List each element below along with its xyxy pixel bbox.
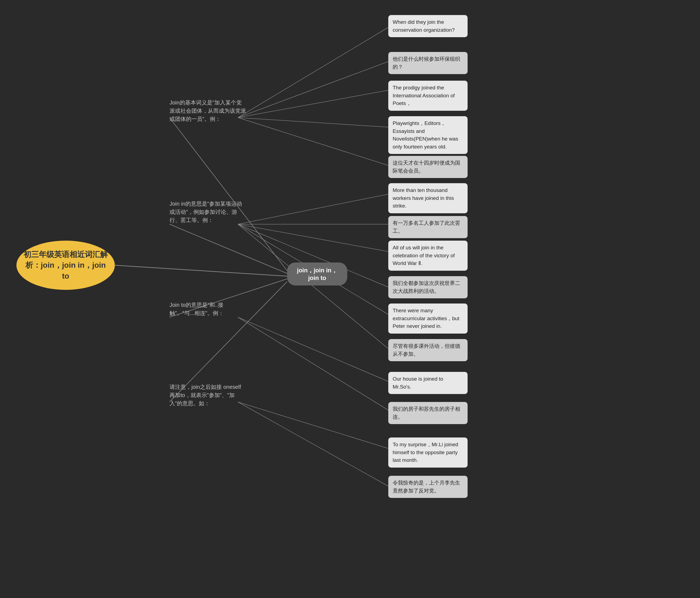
leaf-b2-1: More than ten thousand workers have join… [388, 183, 468, 213]
leaf-b4-2: 令我惊奇的是，上个月李先生竟然参加了反对党。 [388, 476, 468, 498]
svg-line-5 [238, 27, 388, 118]
leaf-b2-4: 我们全都参加这次庆祝世界二次大战胜利的活动。 [388, 276, 468, 298]
leaf-b4-1: To my surprise，Mr.Li joined himself to t… [388, 438, 468, 468]
branch1-label: Join的基本词义是"加入某个党派或社会团体，从而成为该党派或团体的一员"。例： [170, 98, 246, 123]
leaf-b2-5: There were many extracurricular activiti… [388, 303, 468, 333]
mid-node-label: join，join in，join to [294, 266, 341, 282]
leaf-b1-2: 他们是什么时候参加环保组织的？ [388, 52, 468, 74]
leaf-b2-3: All of us will join in the celebration o… [388, 241, 468, 271]
leaf-b1-4: Playwrights，Editors，Essayists and Noveli… [388, 116, 468, 154]
svg-line-12 [238, 224, 388, 252]
svg-line-2 [170, 224, 287, 273]
svg-line-10 [238, 194, 388, 224]
svg-line-17 [238, 317, 388, 410]
leaf-b3-2: 我们的房子和苏先生的房子相连。 [388, 402, 468, 424]
root-label: 初三年级英语相近词汇解析：join，join in，join to [22, 249, 109, 281]
connectors-svg [0, 0, 700, 598]
svg-line-7 [238, 90, 388, 118]
mid-node: join，join in，join to [287, 263, 347, 285]
root-node: 初三年级英语相近词汇解析：join，join in，join to [17, 241, 115, 290]
leaf-b2-6: 尽管有很多课外活动，但彼德从不参加。 [388, 339, 468, 361]
svg-line-8 [238, 118, 388, 127]
leaf-b2-2: 有一万多名工人参加了此次罢工。 [388, 216, 468, 238]
svg-line-1 [170, 118, 287, 271]
svg-line-16 [238, 317, 388, 381]
branch2-label: Join in的意思是"参加某项运动或活动"，例如参加讨论、游行、罢工等。例： [170, 200, 246, 224]
leaf-b1-3: The prodigy joined the International Ass… [388, 81, 468, 111]
svg-line-9 [238, 118, 388, 166]
svg-line-19 [238, 402, 388, 486]
svg-line-15 [238, 224, 388, 349]
leaf-b1-1: When did they join the conservation orga… [388, 15, 468, 37]
branch3-label: Join to的意思是"和..接触"、"与...相连"。例： [170, 301, 246, 317]
svg-line-0 [115, 265, 287, 276]
leaf-b1-5: 这位天才在十四岁时便成为国际笔会会员。 [388, 156, 468, 178]
leaf-b3-1: Our house is joined to Mr.So's. [388, 372, 468, 394]
svg-line-6 [238, 61, 388, 118]
mindmap-container: 初三年级英语相近词汇解析：join，join in，join to join，j… [0, 0, 700, 598]
svg-line-18 [238, 402, 388, 448]
branch4-label: 请注意，join之后如接 oneself再加to，就表示"参加"、"加入"的意思… [170, 383, 246, 407]
